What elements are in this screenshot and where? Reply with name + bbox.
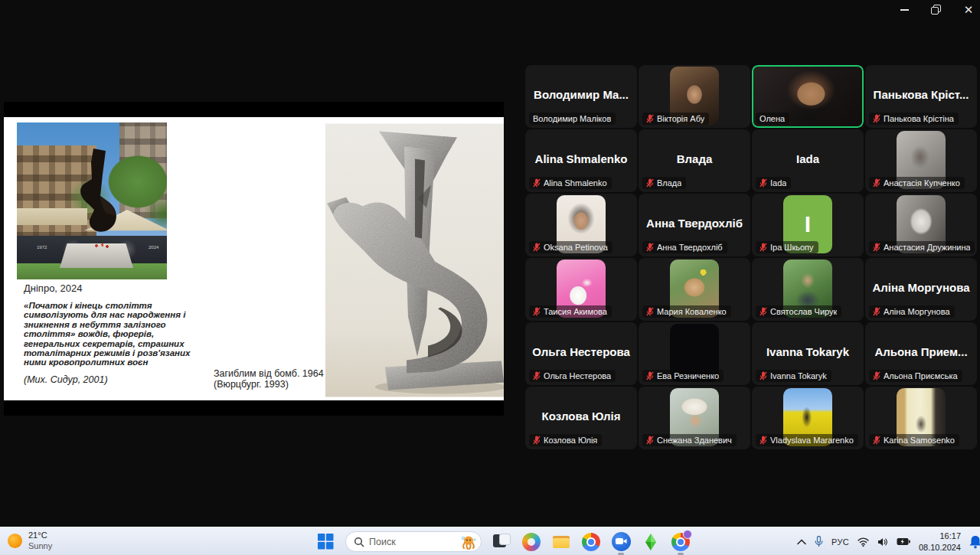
muted-mic-icon [873, 436, 880, 445]
tray-clock[interactable]: 16:17 08.10.2024 [919, 531, 961, 553]
participant-tile[interactable]: Мария Коваленко [639, 258, 750, 321]
participant-tile[interactable]: Ольга Нестерова Ольга Нестерова [525, 322, 637, 385]
tray-wifi-icon[interactable] [858, 537, 869, 547]
participant-grid: Володимир Ма... Володимир Маліков [525, 65, 980, 449]
muted-mic-icon [646, 178, 654, 188]
participant-display-name: Влада [644, 152, 745, 165]
muted-mic-icon [533, 436, 541, 445]
window-controls: ✕ [899, 5, 974, 15]
sculpture-caption-line1: Загиблим від бомб. 1964 [214, 368, 324, 379]
restore-icon[interactable] [931, 5, 942, 15]
participant-tile[interactable]: Снежана Зданевич [639, 387, 750, 449]
muted-mic-icon [760, 178, 767, 188]
participant-name-tag: Святослав Чирук [756, 305, 841, 318]
tray-speaker-icon[interactable] [877, 537, 888, 547]
participant-tile[interactable]: Karina Samosenko [865, 387, 977, 449]
tray-microphone-icon[interactable] [815, 536, 823, 547]
weather-widget[interactable]: 21°C Sunny [8, 531, 52, 552]
tray-chevron-up-icon[interactable] [797, 539, 806, 545]
participant-name-label: Снежана Зданевич [657, 436, 732, 445]
banner-year: 2024 [149, 245, 158, 250]
sculpture-caption-line2: (Вюрцбург. 1993) [214, 379, 324, 390]
participant-name-label: Панькова Крістіна [884, 114, 954, 123]
muted-mic-icon [873, 243, 880, 252]
participant-display-name: Ivanna Tokaryk [757, 345, 858, 358]
participant-name-label: Ольга Нестерова [544, 371, 611, 380]
participant-name-tag: Олена [756, 113, 789, 125]
participant-name-label: Ева Резниченко [657, 371, 719, 380]
participant-tile[interactable]: Анна Твердохліб Анна Твердохліб [639, 194, 750, 256]
participant-display-name: Аліна Моргунова [871, 281, 972, 294]
task-view-icon[interactable] [492, 532, 511, 552]
minimize-icon[interactable] [899, 5, 910, 15]
participant-display-name: Ольга Нестерова [531, 345, 632, 358]
chrome-profile-icon[interactable] [671, 532, 691, 552]
zoom-app-icon[interactable] [611, 532, 631, 552]
slide-quote: «Початок і кінець століття символізують … [24, 301, 194, 367]
participant-tile[interactable]: Влада Влада [639, 129, 750, 192]
weather-condition: Sunny [28, 541, 52, 552]
muted-mic-icon [873, 307, 880, 316]
participant-name-label: Аліна Моргунова [884, 307, 950, 316]
participant-tile[interactable]: Oksana Petinova [525, 194, 637, 256]
notification-bell-icon[interactable] [969, 535, 980, 549]
tray-language-indicator[interactable]: РУС [831, 537, 849, 547]
participant-tile[interactable]: Святослав Чирук [752, 258, 864, 321]
chrome-icon[interactable] [581, 532, 601, 552]
participant-tile[interactable]: Ivanna Tokaryk Ivanna Tokaryk [752, 322, 864, 385]
participant-name-tag: Іра Шкьопу [756, 241, 818, 253]
dnipro-monument-photo: 1972 1984 2024 [17, 122, 167, 279]
participant-tile[interactable]: Козлова Юлія Козлова Юлія [525, 387, 637, 449]
participant-tile[interactable]: Iada Iada [752, 129, 864, 192]
file-explorer-icon[interactable] [551, 532, 571, 552]
participant-name-tag: Ева Резниченко [642, 370, 724, 382]
search-input[interactable]: Поиск [345, 531, 482, 552]
participant-name-label: Альона Приємська [884, 371, 958, 380]
close-icon[interactable]: ✕ [963, 5, 974, 15]
wurzburg-sculpture-photo [325, 123, 504, 397]
muted-mic-icon [760, 436, 767, 445]
participant-tile[interactable]: Таисия Акимова [525, 258, 637, 321]
participant-tile[interactable]: I Іра Шкьопу [752, 194, 864, 256]
weather-text: 21°C Sunny [28, 531, 52, 552]
participant-name-tag: Анна Твердохліб [642, 241, 727, 253]
copilot-icon[interactable] [521, 532, 541, 552]
tray-battery-icon[interactable] [897, 537, 910, 546]
muted-mic-icon [760, 371, 767, 380]
participant-tile[interactable]: Ева Резниченко [639, 322, 750, 385]
participant-name-label: Козлова Юлія [544, 436, 597, 445]
participant-display-name: Козлова Юлія [531, 410, 632, 423]
participant-display-name: Панькова Кріст... [871, 88, 972, 101]
participant-name-label: Vladyslava Mararenko [770, 436, 854, 445]
participant-name-tag: Vladyslava Mararenko [756, 434, 858, 446]
participant-name-label: Iada [770, 178, 786, 188]
participant-name-label: Ivanna Tokaryk [770, 371, 827, 380]
participant-tile[interactable]: Володимир Ма... Володимир Маліков [525, 65, 637, 128]
participant-tile[interactable]: Панькова Кріст... Панькова Крістіна [865, 65, 977, 128]
sculpture-caption: Загиблим від бомб. 1964 (Вюрцбург. 1993) [214, 368, 324, 390]
start-button[interactable] [315, 532, 335, 552]
muted-mic-icon [533, 371, 541, 380]
participant-name-tag: Ivanna Tokaryk [756, 370, 831, 382]
muted-mic-icon [646, 243, 654, 252]
muted-mic-icon [873, 371, 880, 380]
muted-mic-icon [646, 114, 654, 123]
participant-name-label: Oksana Petinova [544, 243, 608, 252]
participant-tile[interactable]: Vladyslava Mararenko [752, 387, 864, 449]
participant-tile[interactable]: Анастасія Купченко [865, 129, 977, 192]
participant-tile[interactable]: Вікторія Абу [639, 65, 750, 128]
muted-mic-icon [646, 436, 654, 445]
windows-taskbar: 21°C Sunny Поиск [0, 527, 980, 555]
profile-badge [683, 530, 692, 539]
participant-tile[interactable]: Alina Shmalenko Alina Shmalenko [525, 129, 637, 192]
participant-name-label: Анна Твердохліб [657, 243, 723, 252]
muted-mic-icon [646, 371, 654, 380]
participant-tile[interactable]: Альона Прием... Альона Приємська [865, 322, 977, 385]
participant-tile[interactable]: Анастасия Дружинина [865, 194, 977, 256]
participant-tile[interactable]: Олена [752, 65, 864, 128]
participant-tile[interactable]: Аліна Моргунова Аліна Моргунова [865, 258, 977, 321]
muted-mic-icon [873, 114, 880, 123]
participant-name-label: Мария Коваленко [657, 307, 727, 316]
sims-icon[interactable] [641, 532, 661, 552]
participant-name-label: Анастасия Дружинина [884, 243, 970, 252]
